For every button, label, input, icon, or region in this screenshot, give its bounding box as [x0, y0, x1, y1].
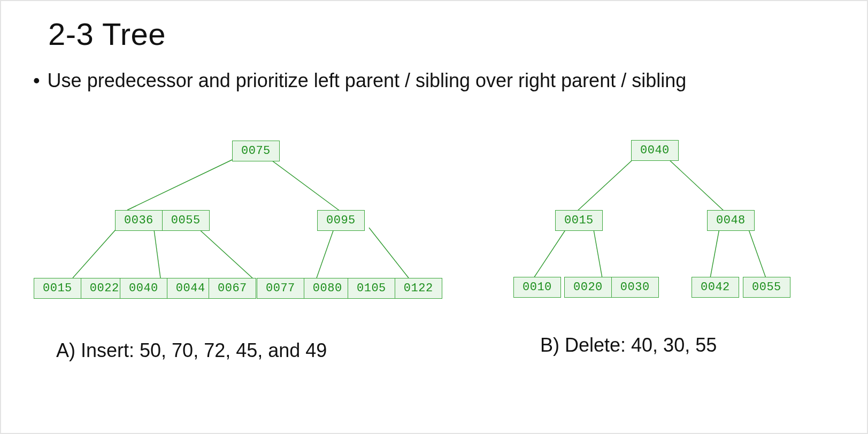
- svg-line-12: [749, 230, 766, 278]
- svg-line-0: [127, 159, 233, 210]
- svg-line-6: [369, 228, 409, 278]
- node-key: 0080: [304, 278, 351, 298]
- node-key: 0015: [556, 211, 602, 230]
- treeB-leaf-3: 0055: [743, 277, 790, 298]
- treeA-leaf-4: 0105 0122: [348, 278, 442, 299]
- treeB-leaf-0: 0010: [513, 277, 561, 298]
- treeA-leaf-3: 0077 0080: [257, 278, 351, 299]
- bullet-text: Use predecessor and prioritize left pare…: [33, 69, 686, 92]
- treeA-mid-0: 0036 0055: [115, 210, 210, 231]
- svg-line-7: [577, 159, 634, 211]
- node-key: 0036: [116, 211, 163, 230]
- treeA-root: 0075: [232, 141, 280, 161]
- node-key: 0030: [612, 277, 658, 297]
- caption-b: B) Delete: 40, 30, 55: [540, 334, 717, 356]
- bullet-text-content: Use predecessor and prioritize left pare…: [48, 69, 687, 92]
- svg-line-8: [668, 159, 724, 211]
- node-key: 0075: [233, 141, 279, 161]
- caption-a: A) Insert: 50, 70, 72, 45, and 49: [56, 339, 327, 362]
- node-key: 0105: [348, 278, 395, 298]
- svg-line-2: [73, 230, 116, 278]
- treeA-leaf-0: 0015 0022: [34, 278, 128, 299]
- node-key: 0095: [318, 211, 364, 230]
- treeB-mid-1: 0048: [707, 210, 755, 231]
- svg-line-5: [317, 228, 334, 278]
- treeA-mid-1: 0095: [317, 210, 365, 231]
- node-key: 0048: [708, 211, 754, 230]
- svg-line-3: [154, 230, 160, 278]
- node-key: 0122: [395, 278, 442, 298]
- node-key: 0015: [34, 278, 81, 298]
- treeB-leaf-1: 0020 0030: [564, 277, 659, 298]
- treeB-leaf-2: 0042: [692, 277, 739, 298]
- treeB-mid-0: 0015: [555, 210, 603, 231]
- treeA-leaf-2: 0067: [209, 278, 256, 299]
- svg-line-9: [534, 228, 567, 278]
- node-key: 0010: [514, 277, 560, 297]
- node-key: 0040: [120, 278, 167, 298]
- svg-line-1: [270, 159, 340, 211]
- node-key: 0044: [167, 278, 214, 298]
- node-key: 0055: [743, 277, 790, 297]
- node-key: 0042: [692, 277, 739, 297]
- treeA-leaf-1: 0040 0044: [120, 278, 214, 299]
- node-key: 0040: [632, 141, 678, 160]
- svg-line-10: [594, 230, 602, 278]
- slide: 2-3 Tree Use predecessor and prioritize …: [0, 0, 868, 434]
- svg-line-11: [710, 229, 719, 278]
- node-key: 0020: [565, 277, 612, 297]
- treeB-root: 0040: [631, 140, 679, 161]
- node-key: 0055: [163, 211, 209, 230]
- node-key: 0067: [209, 278, 256, 298]
- node-key: 0077: [257, 278, 304, 298]
- page-title: 2-3 Tree: [48, 16, 166, 52]
